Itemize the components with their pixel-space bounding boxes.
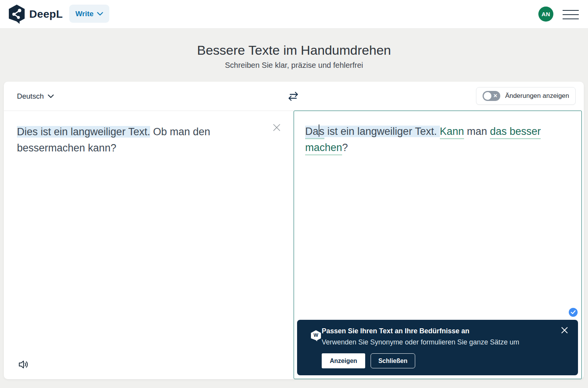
close-icon [272,123,281,132]
toast-close-button[interactable] [561,327,568,334]
changed-word: Kann [440,126,464,139]
show-button[interactable]: Anzeigen [322,353,365,368]
source-highlighted-sentence: Dies ist ein langweiliger Text. [17,126,150,138]
language-selector[interactable]: Deutsch [17,82,54,111]
unchanged-segment: ? [342,142,348,153]
toast-title: Passen Sie Ihren Text an Ihre Bedürfniss… [322,327,469,335]
menu-icon[interactable] [563,10,579,19]
editor-card: Deutsch ✕ Änderungen anzeigen Dies ist e… [4,82,584,379]
top-navbar: DeepL Write AN [0,0,588,28]
language-label: Deutsch [17,92,44,101]
avatar[interactable]: AN [538,7,553,22]
brand-name: DeepL [29,0,63,28]
editor-header: Deutsch ✕ Änderungen anzeigen [4,82,584,111]
listen-button[interactable] [17,358,29,371]
swap-arrows-icon[interactable] [287,91,299,101]
clear-source-button[interactable] [271,123,282,133]
toggle-switch-icon[interactable]: ✕ [483,91,500,101]
customize-text-toast: W Passen Sie Ihren Text an Ihre Bedürfni… [297,320,578,375]
page-title: Bessere Texte im Handumdrehen [0,43,588,58]
page-subtitle: Schreiben Sie klar, präzise und fehlerfr… [0,61,588,70]
changed-word: machen [305,142,342,155]
unchanged-segment: ist ein langweiliger Text. [324,126,440,137]
check-badge-icon[interactable] [569,308,578,317]
write-logo-icon: W [311,330,321,341]
close-button[interactable]: Schließen [371,353,415,368]
chevron-down-icon [48,94,54,98]
result-text-area[interactable]: Das ist ein langweiliger Text. Kann man … [305,123,550,156]
show-changes-toggle[interactable]: ✕ Änderungen anzeigen [476,87,576,105]
source-text-input[interactable]: Dies ist ein langweiliger Text. Ob man d… [17,124,265,156]
toast-subtitle: Verwenden Sie Synonyme oder formulieren … [322,338,519,346]
write-label: Write [75,10,94,18]
deepl-logo-icon[interactable] [8,4,26,24]
changed-word: das besser [490,126,541,139]
result-panel: Das ist ein langweiliger Text. Kann man … [294,111,582,379]
toast-buttons: Anzeigen Schließen [322,353,415,368]
changed-word: Das [305,126,324,139]
source-panel: Dies ist ein langweiliger Text. Ob man d… [4,111,294,379]
chevron-down-icon [97,12,103,16]
speaker-icon [17,358,29,371]
toggle-label: Änderungen anzeigen [505,92,569,100]
write-product-dropdown[interactable]: Write [69,5,109,23]
unchanged-segment: man [464,126,490,137]
close-icon [561,327,568,334]
